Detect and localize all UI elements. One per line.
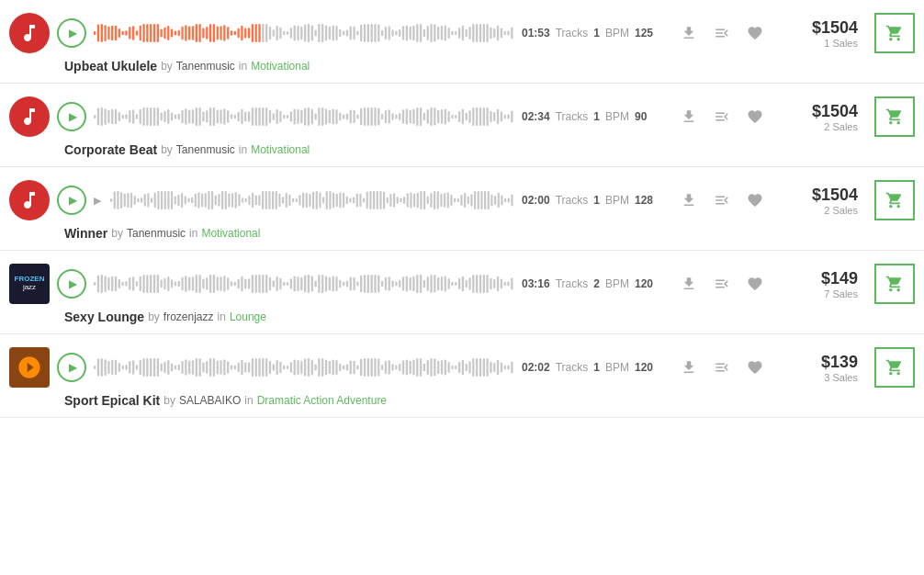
svg-rect-260 [177, 195, 179, 207]
download-button[interactable] [676, 187, 702, 213]
bpm-label: BPM [605, 194, 629, 207]
add-to-cart-button[interactable] [874, 264, 915, 304]
svg-rect-481 [97, 358, 99, 376]
svg-rect-598 [507, 365, 509, 369]
svg-rect-321 [383, 191, 385, 209]
add-to-cart-button[interactable] [874, 96, 915, 137]
svg-rect-158 [227, 110, 229, 122]
bpm-label: BPM [605, 110, 629, 123]
svg-rect-23 [175, 31, 176, 36]
svg-rect-242 [117, 191, 118, 209]
svg-rect-135 [146, 107, 148, 126]
svg-rect-499 [161, 364, 163, 372]
svg-rect-142 [171, 113, 173, 121]
svg-rect-262 [185, 197, 186, 205]
svg-rect-393 [209, 275, 211, 293]
svg-rect-280 [245, 198, 247, 203]
svg-rect-267 [201, 194, 203, 208]
waveform[interactable] [94, 96, 514, 137]
svg-rect-233 [490, 111, 491, 122]
play-button[interactable]: ▶ [57, 18, 86, 48]
svg-rect-284 [258, 195, 260, 205]
download-button[interactable] [676, 355, 702, 380]
waveform[interactable] [94, 264, 514, 304]
download-button[interactable] [676, 271, 702, 297]
svg-rect-59 [300, 27, 302, 40]
svg-rect-1 [97, 24, 99, 41]
svg-rect-21 [167, 26, 169, 40]
playlist-button[interactable] [709, 187, 735, 213]
add-to-cart-button[interactable] [874, 347, 915, 388]
favorite-button[interactable] [742, 355, 768, 380]
svg-rect-400 [234, 282, 236, 287]
favorite-button[interactable] [742, 187, 768, 213]
add-to-cart-button[interactable] [874, 180, 915, 220]
svg-rect-530 [269, 361, 271, 375]
svg-rect-378 [157, 275, 159, 293]
svg-rect-14 [142, 24, 144, 42]
track-title: Sport Epical Kit [64, 393, 160, 408]
svg-rect-327 [403, 197, 405, 204]
svg-rect-229 [476, 107, 478, 126]
svg-rect-439 [371, 275, 373, 293]
svg-rect-259 [175, 197, 176, 205]
by-label: by [163, 394, 175, 407]
waveform[interactable] [94, 347, 514, 388]
play-icon: ▶ [69, 361, 77, 374]
favorite-button[interactable] [742, 104, 768, 130]
svg-rect-418 [297, 276, 299, 291]
svg-rect-100 [445, 25, 446, 40]
download-button[interactable] [676, 20, 702, 46]
svg-rect-181 [308, 107, 310, 126]
svg-rect-162 [241, 109, 242, 124]
svg-rect-263 [187, 198, 189, 203]
svg-rect-546 [325, 360, 327, 376]
svg-rect-468 [472, 275, 474, 293]
svg-rect-412 [276, 276, 277, 291]
svg-rect-401 [237, 279, 239, 288]
price-section: $149 7 Sales [775, 269, 867, 299]
svg-rect-494 [142, 358, 144, 377]
svg-rect-398 [227, 277, 229, 289]
svg-rect-121 [97, 107, 99, 125]
svg-rect-225 [462, 109, 464, 124]
playlist-button[interactable] [709, 20, 735, 46]
track-duration: 02:00 [522, 194, 550, 207]
playlist-button[interactable] [709, 271, 735, 297]
play-button[interactable]: ▶ [57, 186, 86, 215]
svg-rect-172 [276, 109, 277, 124]
waveform[interactable] [110, 180, 514, 220]
svg-rect-482 [101, 358, 103, 377]
svg-rect-258 [171, 191, 173, 209]
svg-rect-533 [279, 362, 281, 373]
play-button[interactable]: ▶ [57, 102, 86, 131]
play-button[interactable]: ▶ [57, 269, 86, 299]
waveform[interactable] [94, 13, 514, 53]
svg-rect-597 [504, 366, 506, 369]
favorite-button[interactable] [742, 20, 768, 46]
playlist-button[interactable] [709, 355, 735, 380]
by-label: by [161, 143, 173, 156]
svg-rect-88 [402, 26, 404, 40]
track-duration: 02:34 [522, 110, 550, 123]
svg-rect-324 [393, 193, 395, 207]
svg-rect-515 [217, 360, 219, 374]
add-to-cart-button[interactable] [874, 13, 915, 53]
svg-rect-371 [132, 276, 134, 291]
svg-rect-15 [146, 24, 148, 42]
svg-rect-256 [164, 191, 166, 209]
download-button[interactable] [676, 104, 702, 130]
favorite-button[interactable] [742, 271, 768, 297]
svg-rect-446 [395, 281, 397, 286]
svg-rect-127 [118, 112, 120, 121]
svg-rect-442 [381, 281, 383, 287]
svg-rect-590 [479, 358, 481, 377]
price-section: $1504 1 Sales [775, 18, 867, 49]
svg-rect-576 [430, 358, 432, 377]
svg-rect-61 [308, 24, 310, 42]
playlist-button[interactable] [709, 104, 735, 130]
svg-rect-510 [199, 358, 201, 377]
play-button[interactable]: ▶ [57, 353, 86, 382]
tracks-label: Tracks [556, 361, 589, 374]
svg-rect-80 [374, 24, 376, 42]
